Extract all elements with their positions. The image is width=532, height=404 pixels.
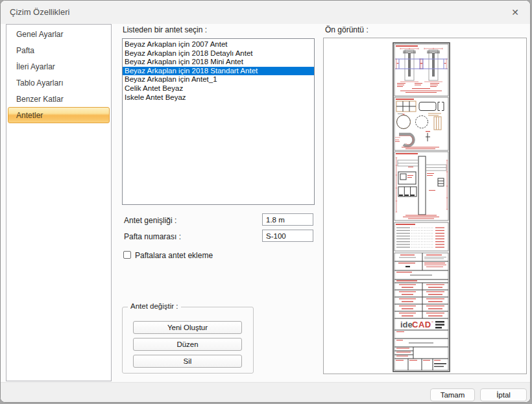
antet-listbox[interactable]: Beyaz Arkaplan için 2007 Antet Beyaz Ark… — [122, 38, 315, 205]
antet-width-input[interactable] — [262, 213, 313, 226]
sidebar-item-benzer-katlar[interactable]: Benzer Katlar — [8, 91, 110, 107]
add-antet-checkbox-label: Paftalara antet ekleme — [135, 251, 213, 260]
sidebar-item-genel-ayarlar[interactable]: Genel Ayarlar — [8, 26, 110, 42]
ok-button[interactable]: Tamam — [430, 388, 475, 401]
list-item[interactable]: Beyaz Arkaplan için 2007 Antet — [123, 40, 314, 49]
list-item[interactable]: Celik Antet Beyaz — [123, 84, 314, 93]
close-icon: ✕ — [511, 7, 519, 18]
sidebar-item-ileri-ayarlar[interactable]: İleri Ayarlar — [8, 58, 110, 75]
drawing-properties-dialog: Çizim Özellikleri ✕ Genel Ayarlar Pafta … — [0, 0, 531, 403]
list-item[interactable]: Iskele Antet Beyaz — [123, 93, 314, 102]
edit-button[interactable]: Düzen — [133, 338, 242, 351]
antet-width-label: Antet genişliği : — [124, 216, 176, 225]
dialog-title: Çizim Özellikleri — [10, 1, 69, 24]
sidebar-item-tablo-ayarlari[interactable]: Tablo Ayarları — [8, 75, 110, 91]
antet-preview-drawing: ide CAD ® — [393, 42, 450, 372]
list-item[interactable]: Beyaz Arkaplan için 2018 Mini Antet — [123, 58, 314, 67]
close-button[interactable]: ✕ — [507, 5, 524, 20]
sidebar-item-label: Benzer Katlar — [16, 95, 64, 104]
logo-ide-text: ide — [400, 320, 413, 329]
list-item[interactable]: Beyaz Arkaplan için Antet_1 — [123, 75, 314, 84]
antet-list-label: Listeden bir antet seçin : — [123, 25, 207, 34]
logo-reg-mark: ® — [431, 320, 433, 324]
add-antet-checkbox[interactable] — [123, 251, 131, 259]
titlebar: Çizim Özellikleri ✕ — [1, 1, 530, 24]
preview-label: Ön görüntü : — [325, 25, 369, 34]
sidebar-item-label: Genel Ayarlar — [16, 30, 64, 39]
delete-button[interactable]: Sil — [133, 355, 242, 368]
create-new-button[interactable]: Yeni Oluştur — [133, 321, 242, 334]
sidebar-item-label: Tablo Ayarları — [16, 78, 64, 88]
logo-cad-text: CAD — [412, 320, 431, 329]
sidebar: Genel Ayarlar Pafta İleri Ayarlar Tablo … — [6, 24, 112, 381]
list-item-selected[interactable]: Beyaz Arkaplan için 2018 Standart Antet — [123, 67, 314, 76]
dialog-footer: Tamam İptal — [1, 382, 530, 403]
sidebar-item-label: Pafta — [16, 46, 34, 55]
sidebar-item-antetler[interactable]: Antetler — [8, 107, 110, 123]
sidebar-item-label: İleri Ayarlar — [16, 62, 55, 71]
antet-change-groupbox: Antet değiştir : Yeni Oluştur Düzen Sil — [122, 307, 254, 374]
sheet-number-label: Pafta numarası : — [124, 232, 181, 241]
sidebar-item-pafta[interactable]: Pafta — [8, 42, 110, 58]
antet-change-group-title: Antet değiştir : — [128, 302, 181, 310]
sheet-number-input[interactable] — [262, 230, 313, 242]
preview-panel: ide CAD ® — [323, 38, 527, 374]
list-item[interactable]: Beyaz Arkaplan için 2018 Detaylı Antet — [123, 49, 314, 58]
cancel-button[interactable]: İptal — [480, 388, 527, 401]
sidebar-item-label: Antetler — [16, 111, 43, 120]
